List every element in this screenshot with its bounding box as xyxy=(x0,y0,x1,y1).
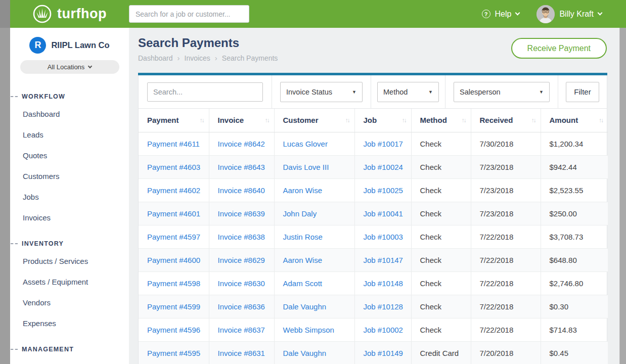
column-header-amount[interactable]: Amount↑↓ xyxy=(541,109,608,132)
payment-link[interactable]: Payment #4598 xyxy=(147,279,200,288)
job-link[interactable]: Job #10149 xyxy=(364,349,403,357)
global-search-input[interactable] xyxy=(129,5,249,23)
sidebar-item-leads[interactable]: Leads xyxy=(10,124,129,145)
cell-job: Job #10147 xyxy=(354,248,411,271)
customer-link[interactable]: Aaron Wise xyxy=(283,186,323,195)
payment-link[interactable]: Payment #4595 xyxy=(147,349,200,357)
column-header-payment[interactable]: Payment↑↓ xyxy=(139,109,209,132)
salesperson-select[interactable]: Salesperson ▼ xyxy=(454,82,550,102)
payment-link[interactable]: Payment #4601 xyxy=(147,209,200,218)
column-header-invoice[interactable]: Invoice↑↓ xyxy=(209,109,274,132)
job-link[interactable]: Job #10147 xyxy=(364,256,403,264)
method-select[interactable]: Method ▼ xyxy=(377,82,439,102)
cell-amount: $0.30 xyxy=(541,295,608,318)
invoice-link[interactable]: Invoice #8637 xyxy=(218,326,265,334)
payment-link[interactable]: Payment #4602 xyxy=(147,186,200,195)
sort-icon[interactable]: ↑↓ xyxy=(265,117,269,124)
user-menu[interactable]: Billy Kraft xyxy=(536,5,602,23)
sidebar-item-customers[interactable]: Customers xyxy=(10,166,129,187)
invoice-link[interactable]: Invoice #8638 xyxy=(218,233,265,241)
payment-link[interactable]: Payment #4603 xyxy=(147,163,200,171)
invoice-link[interactable]: Invoice #8643 xyxy=(218,163,265,171)
invoice-link[interactable]: Invoice #8629 xyxy=(218,256,265,264)
sidebar-item-dashboard[interactable]: Dashboard xyxy=(10,104,129,124)
cell-method: Check xyxy=(411,318,471,341)
invoice-link[interactable]: Invoice #8642 xyxy=(218,140,265,148)
invoice-link[interactable]: Invoice #8630 xyxy=(218,279,265,288)
job-link[interactable]: Job #10002 xyxy=(364,326,403,334)
customer-link[interactable]: Dale Vaughn xyxy=(283,349,327,357)
column-label: Invoice xyxy=(218,116,244,124)
cell-received: 7/23/2018 xyxy=(471,202,541,225)
invoice-link[interactable]: Invoice #8639 xyxy=(218,209,265,218)
cell-customer: Adam Scott xyxy=(274,271,354,295)
sidebar-item-quotes[interactable]: Quotes xyxy=(10,145,129,166)
sort-icon[interactable]: ↑↓ xyxy=(531,117,535,124)
payment-link[interactable]: Payment #4599 xyxy=(147,302,200,311)
cell-amount: $2,523.55 xyxy=(541,178,608,202)
customer-link[interactable]: Adam Scott xyxy=(283,279,323,288)
breadcrumb-item-invoices[interactable]: Invoices xyxy=(185,54,210,62)
job-link[interactable]: Job #10024 xyxy=(364,163,403,171)
cell-amount: $714.83 xyxy=(541,318,608,341)
sort-icon[interactable]: ↑↓ xyxy=(599,117,603,124)
sort-icon[interactable]: ↑↓ xyxy=(462,117,466,124)
table-row: Payment #4601Invoice #8639John DalyJob #… xyxy=(139,202,608,225)
sidebar-item-assets-equipment[interactable]: Assets / Equipment xyxy=(10,271,129,292)
sidebar-item-invoices[interactable]: Invoices xyxy=(10,207,129,228)
receive-payment-button[interactable]: Receive Payment xyxy=(511,38,607,59)
sort-icon[interactable]: ↑↓ xyxy=(345,117,349,124)
cell-amount: $3,708.73 xyxy=(541,225,608,248)
scrollbar-thumb[interactable] xyxy=(619,28,626,364)
cell-job: Job #10149 xyxy=(354,341,411,364)
sidebar-item-products-services[interactable]: Products / Services xyxy=(10,251,129,271)
customer-link[interactable]: John Daly xyxy=(283,209,317,218)
job-link[interactable]: Job #10148 xyxy=(364,279,403,288)
table-search-input[interactable] xyxy=(147,82,263,102)
cell-method: Check xyxy=(411,225,471,248)
breadcrumb-item-dashboard[interactable]: Dashboard xyxy=(138,54,173,62)
help-menu[interactable]: ? Help xyxy=(482,10,520,19)
sort-icon[interactable]: ↑↓ xyxy=(402,117,406,124)
nav-section-label-text: WORKFLOW xyxy=(22,93,65,100)
cell-payment: Payment #4599 xyxy=(139,295,209,318)
brand-name: turfhop xyxy=(57,6,107,22)
job-link[interactable]: Job #10003 xyxy=(364,233,403,241)
nav-section-inventory: INVENTORY xyxy=(10,240,129,247)
sidebar-item-expenses[interactable]: Expenses xyxy=(10,313,129,334)
payment-link[interactable]: Payment #4611 xyxy=(147,140,200,148)
cell-received: 7/23/2018 xyxy=(471,178,541,202)
column-header-customer[interactable]: Customer↑↓ xyxy=(274,109,354,132)
invoice-status-select[interactable]: Invoice Status ▼ xyxy=(280,82,363,102)
customer-link[interactable]: Davis Love III xyxy=(283,163,329,171)
customer-link[interactable]: Lucas Glover xyxy=(283,140,328,148)
invoice-link[interactable]: Invoice #8636 xyxy=(218,302,265,311)
locations-selector[interactable]: All Locations xyxy=(20,60,119,74)
brand[interactable]: turfhop xyxy=(32,4,107,24)
column-label: Amount xyxy=(550,116,578,124)
customer-link[interactable]: Dale Vaughn xyxy=(283,302,327,311)
customer-link[interactable]: Webb Simpson xyxy=(283,326,334,334)
job-link[interactable]: Job #10025 xyxy=(364,186,403,195)
job-link[interactable]: Job #10017 xyxy=(364,140,403,148)
sidebar-item-vendors[interactable]: Vendors xyxy=(10,292,129,313)
sort-icon[interactable]: ↑↓ xyxy=(200,117,204,124)
payment-link[interactable]: Payment #4597 xyxy=(147,233,200,241)
payment-link[interactable]: Payment #4596 xyxy=(147,326,200,334)
payment-link[interactable]: Payment #4600 xyxy=(147,256,200,264)
invoice-link[interactable]: Invoice #8640 xyxy=(218,186,265,195)
job-link[interactable]: Job #10041 xyxy=(364,209,403,218)
invoice-link[interactable]: Invoice #8631 xyxy=(218,349,265,357)
sidebar-item-jobs[interactable]: Jobs xyxy=(10,187,129,207)
vertical-scrollbar[interactable] xyxy=(619,28,626,364)
column-header-received[interactable]: Received↑↓ xyxy=(471,109,541,132)
column-header-job[interactable]: Job↑↓ xyxy=(354,109,411,132)
customer-link[interactable]: Aaron Wise xyxy=(283,256,323,264)
column-header-method[interactable]: Method↑↓ xyxy=(411,109,471,132)
cell-method: Check xyxy=(411,178,471,202)
avatar xyxy=(536,5,555,23)
job-link[interactable]: Job #10128 xyxy=(364,302,403,311)
customer-link[interactable]: Justin Rose xyxy=(283,233,323,241)
filter-button[interactable]: Filter xyxy=(566,82,599,102)
filter-search-cell xyxy=(139,75,272,108)
